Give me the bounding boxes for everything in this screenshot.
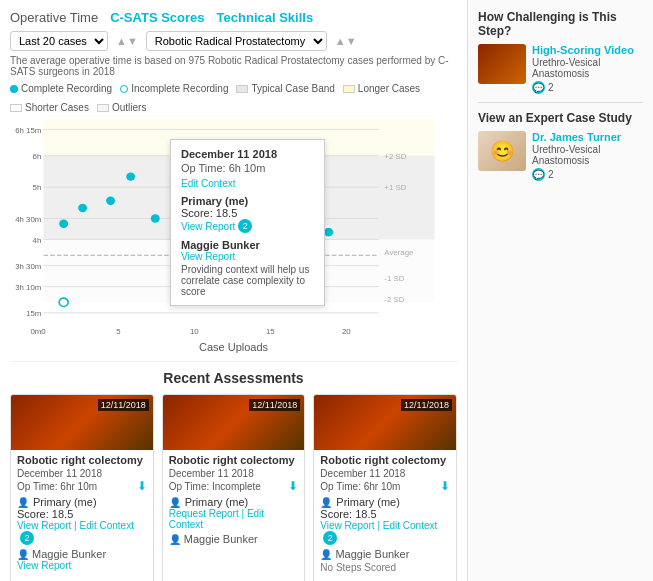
card-maggie-3: Maggie Bunker: [335, 548, 409, 560]
card-primary-row-2: 👤 Primary (me): [169, 496, 299, 508]
svg-text:10: 10: [190, 327, 199, 336]
expert-comment-badge: 💬: [532, 168, 545, 181]
card-download-3[interactable]: ⬇: [440, 479, 450, 493]
expert-case-thumb[interactable]: 😊: [478, 131, 526, 171]
svg-text:4h 30m: 4h 30m: [15, 215, 41, 224]
svg-text:6h 15m: 6h 15m: [15, 126, 41, 135]
expert-case-info: Dr. James Turner Urethro-Vesical Anastom…: [532, 131, 643, 181]
chart-area: 6h 15m 6h 5h 4h 30m 4h 3h 30m 3h 10m 15m…: [10, 119, 457, 339]
svg-point-26: [59, 220, 68, 228]
section-divider: [478, 102, 643, 103]
card-case-date-2: December 11 2018: [169, 468, 299, 479]
card-request-report-2[interactable]: Request Report: [169, 508, 239, 519]
card-view-report-3[interactable]: View Report: [320, 520, 374, 531]
legend-longer: Longer Cases: [343, 83, 420, 94]
card-links-1: View Report | Edit Context 2: [17, 520, 147, 545]
svg-text:5h: 5h: [33, 183, 42, 192]
svg-point-27: [78, 204, 87, 212]
card-score-1: Score: 18.5: [17, 508, 147, 520]
controls-row: Last 20 cases ▲▼ Robotic Radical Prostat…: [10, 31, 457, 51]
svg-text:15m: 15m: [26, 309, 41, 318]
card-edit-context-1[interactable]: Edit Context: [79, 520, 133, 531]
tab-csats[interactable]: C-SATS Scores: [110, 10, 204, 25]
expert-case-name-link[interactable]: Dr. James Turner: [532, 131, 643, 143]
svg-point-30: [151, 214, 160, 222]
card-download-1[interactable]: ⬇: [137, 479, 147, 493]
tooltip-comment-badge: 2: [238, 219, 252, 233]
challenging-title: How Challenging is This Step?: [478, 10, 643, 38]
card-primary-row-1: 👤 Primary (me): [17, 496, 147, 508]
svg-text:0m: 0m: [30, 327, 41, 336]
high-scoring-video-thumb[interactable]: [478, 44, 526, 84]
card-body-3: Robotic right colectomy December 11 2018…: [314, 450, 456, 577]
card-date-badge-3: 12/11/2018: [401, 399, 452, 411]
svg-point-39: [59, 298, 68, 306]
card-view-report-1[interactable]: View Report: [17, 520, 71, 531]
assessments-title: Recent Assessments: [10, 370, 457, 386]
expert-case-subtitle: Urethro-Vesical Anastomosis: [532, 144, 643, 166]
high-scoring-video-info: High-Scoring Video Urethro-Vesical Anast…: [532, 44, 643, 94]
tabs-row: Operative Time C-SATS Scores Technical S…: [10, 10, 457, 25]
card-primary-label-2: Primary (me): [185, 496, 249, 508]
high-scoring-video-card: High-Scoring Video Urethro-Vesical Anast…: [478, 44, 643, 94]
legend-complete: Complete Recording: [10, 83, 112, 94]
card-date-badge-1: 12/11/2018: [98, 399, 149, 411]
card-case-date-3: December 11 2018: [320, 468, 450, 479]
card-body-1: Robotic right colectomy December 11 2018…: [11, 450, 153, 575]
right-panel: How Challenging is This Step? High-Scori…: [468, 0, 653, 581]
tooltip-optime: Op Time: 6h 10m: [181, 162, 314, 174]
tooltip-maggie-view-report[interactable]: View Report: [181, 251, 314, 262]
expert-case-comments: 💬 2: [532, 168, 643, 181]
high-scoring-video-comments: 💬 2: [532, 81, 643, 94]
card-maggie-view-report-1[interactable]: View Report: [17, 560, 71, 571]
procedure-select[interactable]: Robotic Radical Prostatectomy: [146, 31, 327, 51]
svg-text:0: 0: [41, 327, 45, 336]
chart-tooltip: December 11 2018 Op Time: 6h 10m Edit Co…: [170, 139, 325, 306]
card-person-icon-3: 👤: [320, 497, 332, 508]
expert-title: View an Expert Case Study: [478, 111, 643, 125]
chart-description: The average operative time is based on 9…: [10, 55, 457, 77]
card-optime-1: Op Time: 6hr 10m: [17, 481, 97, 492]
card-edit-context-3[interactable]: Edit Context: [383, 520, 437, 531]
card-maggie-1: Maggie Bunker: [32, 548, 106, 560]
cases-select[interactable]: Last 20 cases: [10, 31, 108, 51]
svg-text:3h 30m: 3h 30m: [15, 262, 41, 271]
svg-text:+2 SD: +2 SD: [384, 152, 406, 161]
card-thumb-1: 12/11/2018: [11, 395, 153, 450]
cards-row: 12/11/2018 Robotic right colectomy Decem…: [10, 394, 457, 581]
card-case-date-1: December 11 2018: [17, 468, 147, 479]
card-primary-label-3: Primary (me): [336, 496, 400, 508]
tooltip-edit-context[interactable]: Edit Context: [181, 178, 314, 189]
card-comment-badge-1: 2: [20, 531, 34, 545]
card-optime-3: Op Time: 6hr 10m: [320, 481, 400, 492]
high-scoring-video-link[interactable]: High-Scoring Video: [532, 44, 643, 56]
card-download-2[interactable]: ⬇: [288, 479, 298, 493]
assessment-card-3: 12/11/2018 Robotic right colectomy Decem…: [313, 394, 457, 581]
tab-operative[interactable]: Operative Time: [10, 10, 98, 25]
card-person-icon-1: 👤: [17, 497, 29, 508]
x-axis-label: Case Uploads: [10, 341, 457, 353]
tooltip-view-report[interactable]: View Report 2: [181, 219, 314, 233]
high-scoring-video-subtitle: Urethro-Vesical Anastomosis: [532, 57, 643, 79]
high-scoring-comment-badge: 💬: [532, 81, 545, 94]
card-comment-badge-3: 2: [323, 531, 337, 545]
svg-text:3h 10m: 3h 10m: [15, 283, 41, 292]
tooltip-context-text: Providing context will help us correlate…: [181, 264, 314, 297]
card-maggie-2: Maggie Bunker: [184, 533, 258, 545]
card-title-2: Robotic right colectomy: [169, 454, 299, 466]
legend-typical: Typical Case Band: [236, 83, 334, 94]
card-title-3: Robotic right colectomy: [320, 454, 450, 466]
card-maggie-icon-1: 👤: [17, 549, 29, 560]
svg-text:-2 SD: -2 SD: [384, 296, 405, 305]
tooltip-maggie-name: Maggie Bunker: [181, 239, 314, 251]
svg-text:6h: 6h: [33, 152, 42, 161]
svg-text:20: 20: [342, 327, 351, 336]
card-primary-row-3: 👤 Primary (me): [320, 496, 450, 508]
assessment-card-1: 12/11/2018 Robotic right colectomy Decem…: [10, 394, 154, 581]
tab-technical[interactable]: Technical Skills: [217, 10, 314, 25]
card-maggie-icon-3: 👤: [320, 549, 332, 560]
card-links-3: View Report | Edit Context 2: [320, 520, 450, 545]
card-score-3: Score: 18.5: [320, 508, 450, 520]
svg-point-29: [126, 172, 135, 180]
card-primary-label-1: Primary (me): [33, 496, 97, 508]
